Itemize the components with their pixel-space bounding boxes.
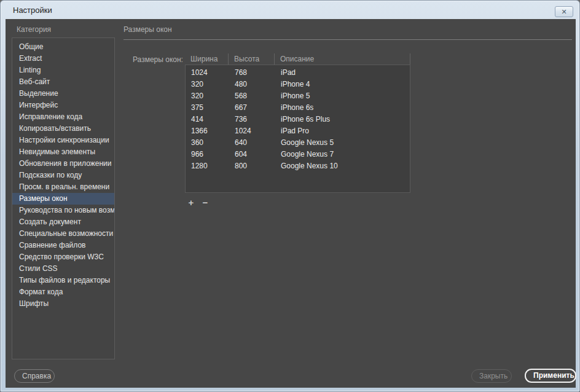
table-cell: 375 — [186, 102, 229, 114]
settings-window: Настройки ✕ Категория Размеры окон Общие… — [0, 0, 580, 392]
window-sizes-table: ШиринаВысотаОписание 1024768iPad320480iP… — [185, 53, 410, 193]
sidebar-item[interactable]: Исправление кода — [12, 111, 114, 123]
sidebar-item[interactable]: Linting — [12, 65, 114, 76]
table-body[interactable]: 1024768iPad320480iPhone 4320568iPhone 53… — [185, 65, 410, 193]
table-cell: 1280 — [186, 160, 229, 172]
table-cell: 640 — [229, 137, 275, 149]
table-cell: 667 — [229, 102, 275, 114]
table-row[interactable]: 414736iPhone 6s Plus — [186, 114, 410, 125]
sidebar-item[interactable]: Формат кода — [12, 286, 114, 298]
table-cell: 1366 — [186, 125, 229, 137]
sidebar-item-selected[interactable]: Размеры окон — [12, 193, 114, 205]
sidebar-item[interactable]: Общие — [12, 41, 114, 53]
dialog-content: Категория Размеры окон ОбщиеExtractLinti… — [6, 19, 576, 388]
header-separator — [123, 39, 572, 40]
window-sizes-label: Размеры окон: — [133, 55, 183, 64]
apply-button[interactable]: Применить — [525, 369, 576, 383]
sidebar-item[interactable]: Веб-сайт — [12, 76, 114, 88]
sidebar-item[interactable]: Специальные возможности — [12, 228, 114, 240]
table-cell: iPhone 5 — [275, 90, 410, 102]
sidebar-item[interactable]: Просм. в реальн. времени — [12, 181, 114, 193]
sidebar-item[interactable]: Типы файлов и редакторы — [12, 275, 114, 286]
table-cell: 568 — [229, 90, 275, 102]
sidebar-item[interactable]: Подсказки по коду — [12, 170, 114, 181]
table-cell: 360 — [186, 137, 229, 149]
table-cell: 320 — [186, 90, 229, 102]
table-cell: 736 — [229, 114, 275, 125]
table-cell: 1024 — [186, 67, 229, 79]
window-title: Настройки — [13, 6, 52, 15]
category-list: ОбщиеExtractLintingВеб-сайтВыделениеИнте… — [12, 37, 115, 359]
table-cell: 1024 — [229, 125, 275, 137]
column-header: Ширина — [185, 53, 229, 65]
sidebar-item[interactable]: Стили CSS — [12, 263, 114, 275]
table-cell: Google Nexus 7 — [275, 149, 410, 160]
table-header-row: ШиринаВысотаОписание — [185, 53, 410, 65]
remove-size-button[interactable]: − — [200, 197, 210, 208]
table-cell: iPhone 6s — [275, 102, 410, 114]
close-icon: ✕ — [561, 9, 566, 15]
table-cell: iPhone 4 — [275, 79, 410, 90]
sidebar-item[interactable]: Невидимые элементы — [12, 146, 114, 158]
table-cell: iPad Pro — [275, 125, 410, 137]
help-button[interactable]: Справка — [14, 369, 55, 383]
table-cell: iPad — [275, 67, 410, 79]
table-cell: 320 — [186, 79, 229, 90]
table-cell: 480 — [229, 79, 275, 90]
titlebar[interactable]: Настройки ✕ — [1, 1, 579, 19]
table-row[interactable]: 1280800Google Nexus 10 — [186, 160, 410, 172]
table-cell: 966 — [186, 149, 229, 160]
sidebar-item[interactable]: Выделение — [12, 88, 114, 100]
column-header: Описание — [275, 53, 410, 65]
table-cell: iPhone 6s Plus — [275, 114, 410, 125]
table-cell: Google Nexus 10 — [275, 160, 410, 172]
sidebar-item[interactable]: Обновления в приложении — [12, 158, 114, 170]
add-size-button[interactable]: + — [186, 197, 196, 208]
table-cell: Google Nexus 5 — [275, 137, 410, 149]
table-cell: 800 — [229, 160, 275, 172]
sidebar-item[interactable]: Настройки синхронизации — [12, 135, 114, 146]
sidebar-item[interactable]: Копировать/вставить — [12, 123, 114, 135]
close-dialog-button[interactable]: Закрыть — [471, 369, 512, 383]
table-row[interactable]: 360640Google Nexus 5 — [186, 137, 410, 149]
page-header: Размеры окон — [123, 25, 172, 34]
table-cell: 768 — [229, 67, 275, 79]
table-cell: 604 — [229, 149, 275, 160]
table-row[interactable]: 966604Google Nexus 7 — [186, 149, 410, 160]
table-row[interactable]: 13661024iPad Pro — [186, 125, 410, 137]
sidebar-item[interactable]: Сравнение файлов — [12, 240, 114, 251]
table-row[interactable]: 320480iPhone 4 — [186, 79, 410, 90]
sidebar-item[interactable]: Создать документ — [12, 216, 114, 228]
column-header: Высота — [229, 53, 275, 65]
category-header: Категория — [17, 25, 51, 34]
sidebar-item[interactable]: Шрифты — [12, 298, 114, 310]
size-list-toolbar: + − — [186, 197, 210, 208]
sidebar-item[interactable]: Руководства по новым возмо — [12, 205, 114, 216]
sidebar-item[interactable]: Средство проверки W3C — [12, 251, 114, 263]
sidebar-item[interactable]: Интерфейс — [12, 100, 114, 111]
table-row[interactable]: 1024768iPad — [186, 67, 410, 79]
table-row[interactable]: 320568iPhone 5 — [186, 90, 410, 102]
table-row[interactable]: 375667iPhone 6s — [186, 102, 410, 114]
close-button[interactable]: ✕ — [555, 6, 573, 17]
sidebar-item[interactable]: Extract — [12, 53, 114, 65]
table-cell: 414 — [186, 114, 229, 125]
